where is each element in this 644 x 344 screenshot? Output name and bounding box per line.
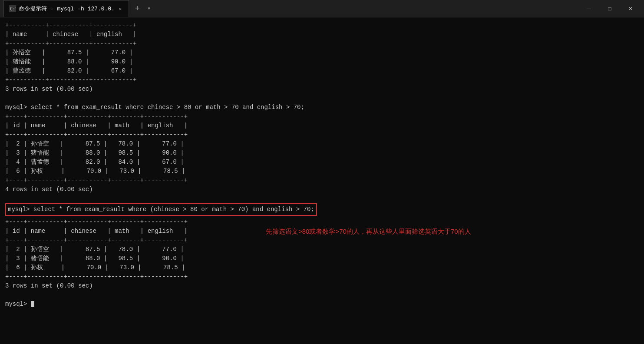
tab-area: C:\ 命令提示符 - mysql -h 127.0.0. ✕ + ▾: [3, 0, 579, 17]
blank-3: [5, 291, 639, 300]
table-row-3-1: | 2 | 孙悟空 | 87.5 | 78.0 | 77.0 |: [5, 245, 639, 254]
close-button[interactable]: ✕: [621, 0, 641, 17]
table-row-2-1: | 2 | 孙悟空 | 87.5 | 78.0 | 77.0 |: [5, 139, 639, 149]
active-tab[interactable]: C:\ 命令提示符 - mysql -h 127.0.0. ✕: [3, 0, 129, 17]
table-row-2-4: | 6 | 孙权 | 70.0 | 73.0 | 78.5 |: [5, 167, 639, 176]
query-prompt-3: mysql> select * from exam_result where (…: [8, 205, 314, 214]
table-header-border-1: +----------+-----------+-----------+: [5, 39, 639, 48]
highlighted-query: mysql> select * from exam_result where (…: [5, 203, 317, 216]
tab-close-button[interactable]: ✕: [117, 6, 123, 12]
rows-info-3: 3 rows in set (0.00 sec): [5, 281, 639, 291]
table-header-2: | id | name | chinese | math | english |: [5, 121, 639, 130]
table-row-1-2: | 猪悟能 | 88.0 | 90.0 |: [5, 57, 639, 66]
table-row-1-3: | 曹孟德 | 82.0 | 67.0 |: [5, 66, 639, 76]
rows-info-1: 3 rows in set (0.00 sec): [5, 85, 639, 94]
annotation-text: 先筛选语文>80或者数学>70的人，再从这些人里面筛选英语大于70的人: [266, 227, 471, 237]
table-row-1-1: | 孙悟空 | 87.5 | 77.0 |: [5, 48, 639, 57]
maximize-button[interactable]: □: [600, 0, 620, 17]
minimize-button[interactable]: ─: [579, 0, 599, 17]
titlebar: C:\ 命令提示符 - mysql -h 127.0.0. ✕ + ▾ ─ □ …: [0, 0, 644, 17]
terminal-window: +----------+-----------+-----------+ | n…: [0, 17, 644, 312]
table-border-top-1: +----------+-----------+-----------+: [5, 21, 639, 30]
query-prompt-2: mysql> select * from exam_result where c…: [5, 103, 639, 112]
blank-1: [5, 94, 639, 103]
section-1: +----------+-----------+-----------+ | n…: [5, 21, 639, 103]
table-row-3-3: | 6 | 孙权 | 70.0 | 73.0 | 78.5 |: [5, 263, 639, 272]
table-border-top-2: +----+----------+-----------+--------+--…: [5, 112, 639, 121]
final-prompt: mysql>: [5, 300, 639, 309]
section-3: mysql> select * from exam_result where (…: [5, 203, 639, 300]
table-footer-border-1: +----------+-----------+-----------+: [5, 76, 639, 85]
table-header-border-3: +----+----------+-----------+--------+--…: [5, 236, 639, 245]
blank-2: [5, 194, 639, 203]
table-border-top-3: +----+----------+-----------+--------+--…: [5, 218, 639, 227]
table-header-1: | name | chinese | english |: [5, 30, 639, 39]
table-row-2-3: | 4 | 曹孟德 | 82.0 | 84.0 | 67.0 |: [5, 158, 639, 167]
table-footer-border-2: +----+----------+-----------+--------+--…: [5, 176, 639, 185]
window-controls: ─ □ ✕: [579, 0, 641, 17]
tab-title: 命令提示符 - mysql -h 127.0.0.: [19, 5, 115, 13]
svg-text:C:\: C:\: [10, 7, 16, 11]
table-row-3-2: | 3 | 猪悟能 | 88.0 | 98.5 | 90.0 |: [5, 254, 639, 263]
terminal-icon: C:\: [9, 5, 16, 12]
table-footer-border-3: +----+----------+-----------+--------+--…: [5, 272, 639, 281]
section-2: mysql> select * from exam_result where c…: [5, 103, 639, 203]
new-tab-button[interactable]: +: [131, 2, 144, 15]
tab-dropdown-button[interactable]: ▾: [144, 3, 154, 14]
terminal-content: +----------+-----------+-----------+ | n…: [5, 21, 639, 309]
rows-info-2: 4 rows in set (0.00 sec): [5, 185, 639, 194]
table-header-border-2: +----+----------+-----------+--------+--…: [5, 130, 639, 139]
table-row-2-2: | 3 | 猪悟能 | 88.0 | 98.5 | 90.0 |: [5, 149, 639, 158]
